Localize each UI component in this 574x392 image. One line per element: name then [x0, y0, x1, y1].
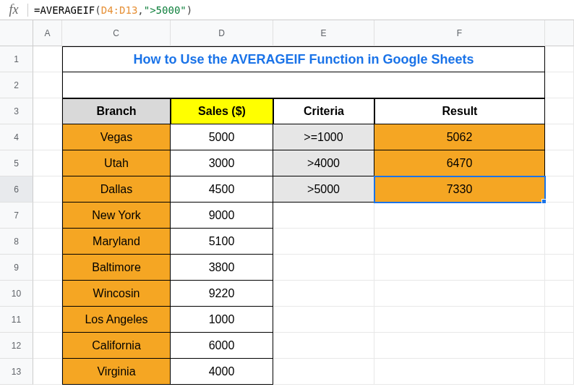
row-header-6[interactable]: 6: [0, 176, 33, 203]
cell-g1[interactable]: [545, 46, 574, 72]
cell-f11[interactable]: [374, 307, 545, 333]
cell-e6[interactable]: >5000: [273, 176, 374, 203]
col-header-d[interactable]: D: [171, 20, 273, 46]
cell-c8[interactable]: Maryland: [62, 229, 171, 255]
formula-input[interactable]: =AVERAGEIF(D4:D13,">5000"): [34, 4, 574, 16]
formula-range-arg: D4:D13: [101, 4, 138, 16]
header-criteria[interactable]: Criteria: [273, 98, 374, 124]
cell-g11[interactable]: [545, 307, 574, 333]
title-cell[interactable]: How to Use the AVERAGEIF Function in Goo…: [62, 46, 545, 72]
spreadsheet-grid[interactable]: A C D E F 1 How to Use the AVERAGEIF Fun…: [0, 20, 574, 385]
cell-e11[interactable]: [273, 307, 374, 333]
cell-c4[interactable]: Vegas: [62, 124, 171, 150]
cell-g4[interactable]: [545, 124, 574, 150]
row-header-4[interactable]: 4: [0, 124, 33, 150]
col-header-blank[interactable]: [545, 20, 574, 46]
cell-c6[interactable]: Dallas: [62, 176, 171, 203]
col-header-a[interactable]: A: [33, 20, 62, 46]
cell-e7[interactable]: [273, 203, 374, 229]
cell-g6[interactable]: [545, 176, 574, 203]
cell-c11[interactable]: Los Angeles: [62, 307, 171, 333]
cell-a6[interactable]: [33, 176, 62, 203]
fill-handle[interactable]: [541, 199, 547, 204]
cell-d9[interactable]: 3800: [171, 255, 273, 281]
row-header-8[interactable]: 8: [0, 229, 33, 255]
cell-f8[interactable]: [374, 229, 545, 255]
cell-a12[interactable]: [33, 333, 62, 359]
select-all-corner[interactable]: [0, 20, 33, 46]
row-header-2[interactable]: 2: [0, 72, 33, 98]
cell-e4[interactable]: >=1000: [273, 124, 374, 150]
cell-g3[interactable]: [545, 98, 574, 124]
cell-row2[interactable]: [62, 72, 545, 98]
cell-d4[interactable]: 5000: [171, 124, 273, 150]
cell-d7[interactable]: 9000: [171, 203, 273, 229]
cell-f10[interactable]: [374, 281, 545, 307]
cell-a1[interactable]: [33, 46, 62, 72]
col-header-f[interactable]: F: [374, 20, 545, 46]
col-header-c[interactable]: C: [62, 20, 171, 46]
cell-g7[interactable]: [545, 203, 574, 229]
row-header-11[interactable]: 11: [0, 307, 33, 333]
cell-a2[interactable]: [33, 72, 62, 98]
cell-g9[interactable]: [545, 255, 574, 281]
cell-d13[interactable]: 4000: [171, 359, 273, 385]
cell-c12[interactable]: California: [62, 333, 171, 359]
cell-g10[interactable]: [545, 281, 574, 307]
cell-f13[interactable]: [374, 359, 545, 385]
row-header-12[interactable]: 12: [0, 333, 33, 359]
cell-e13[interactable]: [273, 359, 374, 385]
cell-c7[interactable]: New York: [62, 203, 171, 229]
cell-a8[interactable]: [33, 229, 62, 255]
cell-a11[interactable]: [33, 307, 62, 333]
formula-function-name: AVERAGEIF: [40, 4, 95, 16]
cell-c10[interactable]: Wincosin: [62, 281, 171, 307]
cell-d10[interactable]: 9220: [171, 281, 273, 307]
cell-a3[interactable]: [33, 98, 62, 124]
cell-c9[interactable]: Baltimore: [62, 255, 171, 281]
row-header-7[interactable]: 7: [0, 203, 33, 229]
cell-a9[interactable]: [33, 255, 62, 281]
cell-a5[interactable]: [33, 150, 62, 176]
cell-d8[interactable]: 5100: [171, 229, 273, 255]
row-header-3[interactable]: 3: [0, 98, 33, 124]
cell-g5[interactable]: [545, 150, 574, 176]
formula-open-paren: (: [95, 4, 100, 16]
cell-f4[interactable]: 5062: [374, 124, 545, 150]
cell-f7[interactable]: [374, 203, 545, 229]
cell-f12[interactable]: [374, 333, 545, 359]
cell-g2[interactable]: [545, 72, 574, 98]
cell-a7[interactable]: [33, 203, 62, 229]
divider: [27, 4, 28, 17]
cell-c13[interactable]: Virginia: [62, 359, 171, 385]
header-result[interactable]: Result: [374, 98, 545, 124]
cell-g8[interactable]: [545, 229, 574, 255]
cell-g13[interactable]: [545, 359, 574, 385]
cell-d6[interactable]: 4500: [171, 176, 273, 203]
cell-d12[interactable]: 6000: [171, 333, 273, 359]
cell-a10[interactable]: [33, 281, 62, 307]
row-header-1[interactable]: 1: [0, 46, 33, 72]
cell-g12[interactable]: [545, 333, 574, 359]
header-sales[interactable]: Sales ($): [171, 98, 273, 124]
col-header-e[interactable]: E: [273, 20, 374, 46]
cell-f6[interactable]: 7330: [374, 176, 545, 203]
fx-icon[interactable]: fx: [3, 2, 25, 17]
row-header-10[interactable]: 10: [0, 281, 33, 307]
cell-f5[interactable]: 6470: [374, 150, 545, 176]
cell-e5[interactable]: >4000: [273, 150, 374, 176]
row-header-13[interactable]: 13: [0, 359, 33, 385]
cell-a4[interactable]: [33, 124, 62, 150]
row-header-9[interactable]: 9: [0, 255, 33, 281]
cell-d11[interactable]: 1000: [171, 307, 273, 333]
cell-e12[interactable]: [273, 333, 374, 359]
row-header-5[interactable]: 5: [0, 150, 33, 176]
cell-f9[interactable]: [374, 255, 545, 281]
cell-e10[interactable]: [273, 281, 374, 307]
cell-e9[interactable]: [273, 255, 374, 281]
cell-a13[interactable]: [33, 359, 62, 385]
cell-c5[interactable]: Utah: [62, 150, 171, 176]
cell-d5[interactable]: 3000: [171, 150, 273, 176]
cell-e8[interactable]: [273, 229, 374, 255]
header-branch[interactable]: Branch: [62, 98, 171, 124]
